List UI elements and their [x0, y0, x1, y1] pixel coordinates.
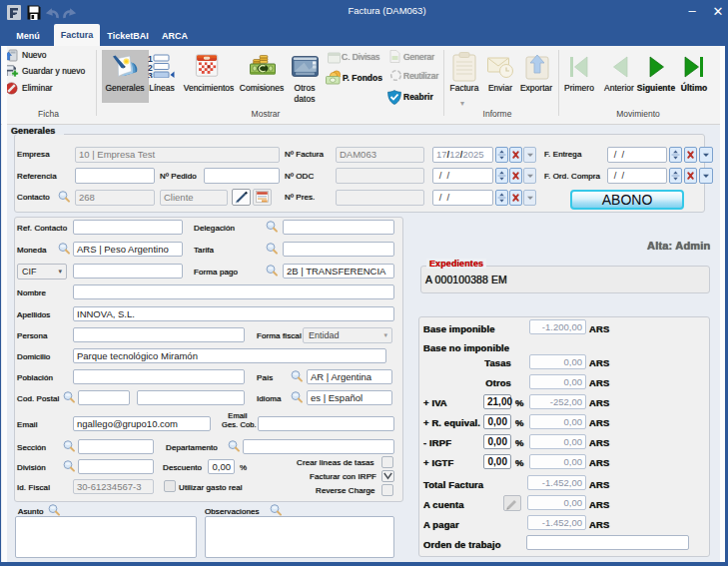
svg-text:3: 3	[148, 71, 153, 78]
